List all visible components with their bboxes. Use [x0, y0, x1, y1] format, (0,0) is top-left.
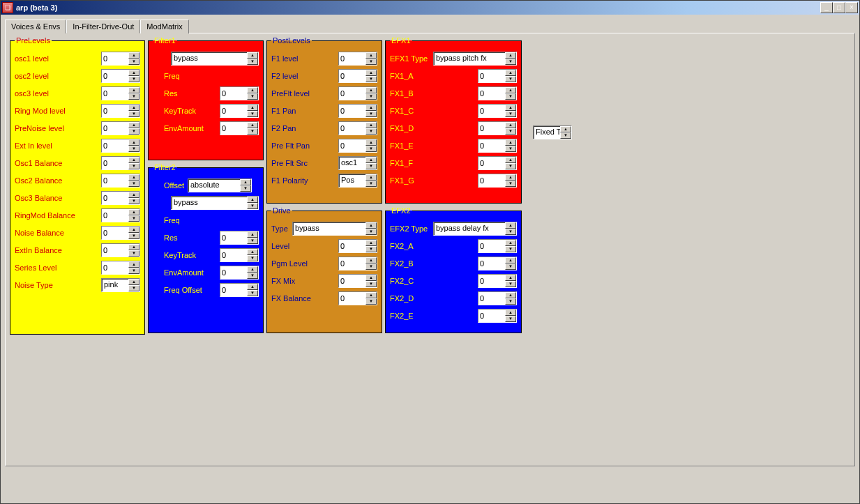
- prelevel-8-nud[interactable]: ▲▼: [101, 191, 140, 205]
- spin-down-icon[interactable]: ▼: [505, 93, 516, 100]
- filter2-res-nud[interactable]: ▲▼: [220, 231, 259, 245]
- efx1-1-nud[interactable]: ▲▼: [478, 86, 517, 100]
- spin-down-icon[interactable]: ▼: [128, 76, 139, 82]
- prelevel-9-nud[interactable]: ▲▼: [101, 208, 140, 222]
- spin-up-icon[interactable]: ▲: [365, 52, 377, 59]
- spin-up-icon[interactable]: ▲: [505, 139, 516, 146]
- close-button[interactable]: ×: [845, 2, 858, 13]
- postlevel-3-nud[interactable]: ▲▼: [338, 104, 377, 118]
- spin-down-icon[interactable]: ▼: [505, 111, 516, 117]
- efx1-5-nud[interactable]: ▲▼: [478, 156, 517, 170]
- spin-down-icon[interactable]: ▼: [505, 76, 516, 82]
- spin-down-icon[interactable]: ▼: [128, 111, 139, 117]
- drive-1-nud[interactable]: ▲▼: [338, 257, 377, 270]
- spin-up-icon[interactable]: ▲: [128, 192, 139, 198]
- spin-up-icon[interactable]: ▲: [505, 292, 516, 298]
- spin-up-icon[interactable]: ▲: [128, 209, 139, 215]
- efx1-0-nud[interactable]: ▲▼: [478, 69, 517, 83]
- spin-up-icon[interactable]: ▲: [128, 122, 139, 128]
- filter2-type-combo[interactable]: bypass ▲▼: [171, 196, 259, 210]
- filter1-type-combo[interactable]: bypass ▲▼: [171, 52, 259, 66]
- prelevel-1-nud[interactable]: ▲▼: [101, 69, 140, 83]
- spin-down-icon[interactable]: ▼: [128, 285, 139, 291]
- efx2-2-nud[interactable]: ▲▼: [478, 274, 517, 288]
- spin-up-icon[interactable]: ▲: [505, 257, 516, 264]
- spin-up-icon[interactable]: ▲: [128, 261, 139, 268]
- filter2-freqoffset-nud[interactable]: ▲▼: [220, 283, 259, 297]
- filter2-envamount-nud[interactable]: ▲▼: [220, 266, 259, 280]
- spin-down-icon[interactable]: ▼: [365, 246, 377, 252]
- spin-down-icon[interactable]: ▼: [365, 111, 377, 117]
- efx1-6-nud[interactable]: ▲▼: [478, 174, 517, 188]
- prelevel-7-nud[interactable]: ▲▼: [101, 174, 140, 188]
- spin-up-icon[interactable]: ▲: [505, 275, 516, 281]
- spin-down-icon[interactable]: ▼: [128, 128, 139, 135]
- postlevel-0-nud[interactable]: ▲▼: [338, 52, 377, 66]
- spin-down-icon[interactable]: ▼: [505, 281, 516, 287]
- f1polarity-combo[interactable]: Pos ▲▼: [338, 174, 377, 188]
- spin-up-icon[interactable]: ▲: [505, 240, 516, 246]
- spin-down-icon[interactable]: ▼: [128, 146, 139, 152]
- spin-up-icon[interactable]: ▲: [128, 279, 139, 285]
- spin-down-icon[interactable]: ▼: [365, 93, 377, 100]
- drive-type-combo[interactable]: bypass ▲▼: [292, 222, 377, 236]
- drive-2-nud[interactable]: ▲▼: [338, 274, 377, 288]
- spin-down-icon[interactable]: ▼: [365, 298, 377, 305]
- spin-up-icon[interactable]: ▲: [128, 139, 139, 146]
- spin-up-icon[interactable]: ▲: [365, 275, 377, 281]
- efx2-1-nud[interactable]: ▲▼: [478, 257, 517, 270]
- drive-0-nud[interactable]: ▲▼: [338, 239, 377, 253]
- prelevel-5-nud[interactable]: ▲▼: [101, 139, 140, 153]
- prelevel-10-nud[interactable]: ▲▼: [101, 226, 140, 240]
- spin-up-icon[interactable]: ▲: [247, 52, 258, 59]
- postlevel-1-nud[interactable]: ▲▼: [338, 69, 377, 83]
- prelevel-0-nud[interactable]: ▲▼: [101, 52, 140, 66]
- prefltsrc-combo[interactable]: osc1 ▲▼: [338, 156, 377, 170]
- spin-up-icon[interactable]: ▲: [128, 87, 139, 93]
- spin-down-icon[interactable]: ▼: [365, 128, 377, 135]
- spin-down-icon[interactable]: ▼: [128, 181, 139, 187]
- spin-down-icon[interactable]: ▼: [505, 316, 516, 322]
- spin-down-icon[interactable]: ▼: [365, 59, 377, 65]
- tab-voices-envs[interactable]: Voices & Envs: [5, 20, 66, 33]
- spin-up-icon[interactable]: ▲: [365, 240, 377, 246]
- spin-up-icon[interactable]: ▲: [505, 174, 516, 181]
- spin-up-icon[interactable]: ▲: [128, 157, 139, 163]
- filter1-res-nud[interactable]: ▲▼: [220, 86, 259, 100]
- spin-down-icon[interactable]: ▼: [505, 298, 516, 305]
- spin-up-icon[interactable]: ▲: [128, 52, 139, 59]
- minimize-button[interactable]: _: [820, 2, 833, 13]
- spin-down-icon[interactable]: ▼: [128, 215, 139, 222]
- spin-up-icon[interactable]: ▲: [128, 227, 139, 233]
- spin-up-icon[interactable]: ▲: [365, 70, 377, 76]
- maximize-button[interactable]: □: [833, 2, 845, 13]
- spin-down-icon[interactable]: ▼: [505, 146, 516, 152]
- spin-down-icon[interactable]: ▼: [247, 59, 258, 65]
- efx1-3-nud[interactable]: ▲▼: [478, 121, 517, 135]
- efx2-0-nud[interactable]: ▲▼: [478, 239, 517, 253]
- prelevel-12-nud[interactable]: ▲▼: [101, 261, 140, 275]
- filter1-keytrack-nud[interactable]: ▲▼: [220, 104, 259, 118]
- filter2-keytrack-nud[interactable]: ▲▼: [220, 248, 259, 262]
- spin-up-icon[interactable]: ▲: [365, 122, 377, 128]
- spin-down-icon[interactable]: ▼: [128, 93, 139, 100]
- postlevel-2-nud[interactable]: ▲▼: [338, 86, 377, 100]
- spin-up-icon[interactable]: ▲: [128, 70, 139, 76]
- spin-down-icon[interactable]: ▼: [365, 264, 377, 270]
- spin-down-icon[interactable]: ▼: [365, 146, 377, 152]
- efx2-4-nud[interactable]: ▲▼: [478, 309, 517, 323]
- prelevel-6-nud[interactable]: ▲▼: [101, 156, 140, 170]
- spin-down-icon[interactable]: ▼: [128, 250, 139, 257]
- spin-up-icon[interactable]: ▲: [505, 122, 516, 128]
- spin-up-icon[interactable]: ▲: [505, 157, 516, 163]
- spin-up-icon[interactable]: ▲: [365, 257, 377, 264]
- tab-modmatrix[interactable]: ModMatrix: [140, 20, 188, 33]
- efx1-2-nud[interactable]: ▲▼: [478, 104, 517, 118]
- filter1-envamount-nud[interactable]: ▲▼: [220, 121, 259, 135]
- spin-up-icon[interactable]: ▲: [505, 87, 516, 93]
- spin-down-icon[interactable]: ▼: [128, 268, 139, 274]
- spin-up-icon[interactable]: ▲: [365, 105, 377, 111]
- drive-3-nud[interactable]: ▲▼: [338, 291, 377, 305]
- noise-type-combo[interactable]: pink ▲▼: [101, 278, 140, 292]
- spin-up-icon[interactable]: ▲: [128, 244, 139, 250]
